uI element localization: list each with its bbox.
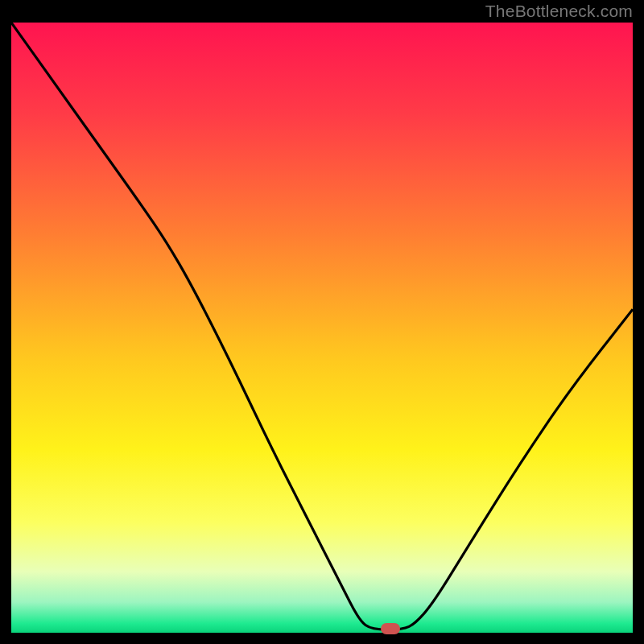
chart-frame: [11, 23, 633, 633]
attribution-text: TheBottleneck.com: [485, 2, 633, 21]
bottleneck-curve: [11, 23, 633, 633]
optimal-point-marker: [381, 623, 400, 634]
chart-plot-area: [11, 23, 633, 633]
curve-path: [11, 23, 633, 630]
